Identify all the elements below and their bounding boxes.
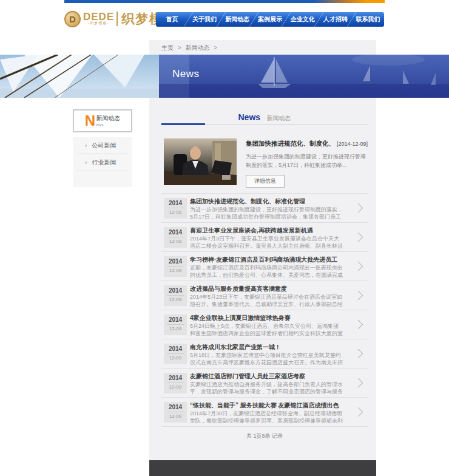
date-badge: 2014 12-09 [164, 227, 187, 248]
pagination-summary: 共 1页8条 记录 [161, 432, 368, 440]
nav-item-about[interactable]: 关于我们 [189, 12, 221, 27]
sidebar-news-header: N 新闻动态 ews [73, 109, 132, 132]
news-excerpt: 6月24日晚上6点，友豪锦江酒店、唐希尔久安公司、远鸿集团和富生国际酒店四家企业… [190, 322, 343, 337]
date-day: 12-09 [164, 267, 187, 274]
sidebar-subtitle: ews [96, 122, 120, 127]
sidebar-menu: › 公司新闻 › 行业新闻 [73, 137, 132, 187]
date-year: 2014 [167, 286, 184, 296]
underline-accent [161, 123, 205, 125]
logo-divider [116, 12, 118, 26]
featured-news-title[interactable]: 集团加快推进规范化、制度化、标准化管 [246, 140, 334, 148]
news-row[interactable]: 2014 12-09 4家企业联袂上演夏日激情篮球热身赛 6月24日晚上6点，友… [161, 310, 368, 339]
breadcrumb: 主页 > 新闻动态 > [161, 44, 220, 52]
breadcrumb-home[interactable]: 主页 [161, 44, 174, 51]
news-excerpt: 近期，友豪锦江酒店及百利玛商场两公司均涌现出一批表现突出的优秀员工，他们热爱公司… [190, 264, 343, 279]
news-title[interactable]: 集团加快推进规范化、制度化、标准化管理 [190, 197, 342, 206]
breadcrumb-separator: > [214, 44, 217, 51]
news-excerpt: 2014年5月23日下午，友豪锦江酒店菜品研讨会在酒店会议室如期召开。集团董事雷… [190, 293, 343, 308]
date-year: 2014 [167, 344, 184, 354]
sidebar-item-label: 行业新闻 [92, 158, 116, 167]
date-badge: 2014 12-09 [164, 402, 187, 423]
section-underline [161, 124, 368, 124]
breadcrumb-current[interactable]: 新闻动态 [185, 44, 209, 51]
date-year: 2014 [167, 373, 184, 383]
featured-news: 集团加快推进规范化、制度化、标准化管 [2014-12-09] 为进一步加强集团… [164, 138, 368, 188]
news-title[interactable]: 友豪锦江酒店部门管理人员赴三家酒店考察 [190, 372, 342, 381]
news-row[interactable]: 2014 12-09 改进菜品与服务质量提高宾客满意度 2014年5月23日下午… [161, 281, 368, 310]
footer-bar [149, 460, 376, 476]
featured-news-photo[interactable] [164, 138, 237, 185]
main-nav: 首页 关于我们 新闻动态 案例展示 企业文化 人才招聘 联系我们 [156, 12, 384, 27]
nav-item-culture[interactable]: 企业文化 [286, 12, 319, 27]
sidebar-item-industry-news[interactable]: › 行业新闻 [73, 154, 132, 171]
brand-name-en: DEDE [83, 12, 114, 21]
news-title[interactable]: 学习榜样·友豪锦江酒店及百利玛商场涌现大批先进员工 [190, 256, 342, 264]
news-banner: News [0, 55, 449, 98]
news-title[interactable]: 南充将成川东北家居产业第一城！ [190, 343, 342, 352]
coin-logo-icon: D [64, 11, 81, 27]
news-row[interactable]: 2014 12-09 集团加快推进规范化、制度化、标准化管理 为进一步加强集团的… [161, 194, 368, 223]
date-day: 12-09 [164, 383, 187, 391]
details-button[interactable]: 详细信息 [246, 175, 285, 188]
breadcrumb-separator: > [178, 44, 181, 51]
news-row[interactable]: 2014 12-09 南充将成川东北家居产业第一城！ 5月18日，友豪国际家居博… [161, 339, 368, 369]
office-photo-image [164, 138, 237, 185]
arrow-right-icon[interactable] [354, 203, 363, 213]
sidebar-initial: N [85, 114, 95, 128]
arrow-right-icon[interactable] [354, 349, 363, 359]
news-row[interactable]: 2014 12-09 喜迎卫生事业发展座谈会,再获跨越发展新机遇 2014年7月… [161, 223, 368, 252]
arrow-right-icon[interactable] [354, 407, 363, 417]
date-day: 12-09 [164, 237, 187, 245]
nav-item-cases[interactable]: 案例展示 [254, 12, 286, 27]
news-title[interactable]: “练技能、当能手” 服务技能大赛 友豪锦江酒店成绩出色 [190, 401, 342, 410]
chevron-right-icon: › [85, 159, 87, 166]
date-badge: 2014 12-09 [164, 314, 187, 335]
arrow-right-icon[interactable] [354, 262, 363, 271]
date-badge: 2014 12-09 [164, 373, 187, 393]
nav-item-contact[interactable]: 联系我们 [352, 12, 384, 27]
date-day: 12-09 [164, 412, 187, 420]
section-title-cn: 新闻动态 [267, 115, 291, 121]
divider [77, 171, 128, 171]
date-day: 12-09 [164, 325, 187, 333]
sidebar-head-text: 新闻动态 ews [96, 115, 120, 127]
news-list: 2014 12-09 集团加快推进规范化、制度化、标准化管理 为进一步加强集团的… [161, 193, 368, 427]
sidebar-item-label: 公司新闻 [92, 141, 116, 150]
news-row[interactable]: 2014 12-09 “练技能、当能手” 服务技能大赛 友豪锦江酒店成绩出色 2… [161, 398, 368, 427]
sidebar-item-company-news[interactable]: › 公司新闻 [73, 137, 132, 154]
arrow-right-icon[interactable] [354, 233, 363, 242]
page: D DEDE -织梦模板- 织梦模板 首页 关于我们 新闻动态 案例展示 企业文… [0, 0, 449, 476]
featured-news-body: 集团加快推进规范化、制度化、标准化管 [2014-12-09] 为进一步加强集团… [246, 140, 368, 188]
banner-title: News [172, 68, 200, 80]
arrow-right-icon[interactable] [354, 320, 363, 330]
news-title[interactable]: 喜迎卫生事业发展座谈会,再获跨越发展新机遇 [190, 226, 342, 235]
nav-item-home[interactable]: 首页 [156, 12, 188, 27]
news-excerpt: 为进一步加强集团的制度建设，更好推进现行管理制度的落实，5月17日，科虹集团成功… [190, 206, 343, 220]
arrow-right-icon[interactable] [354, 378, 363, 388]
date-day: 12-09 [164, 354, 187, 362]
news-excerpt: 友豪锦江酒店为推动自身服务升级，提高各部门负责人的管理水平，发现新的管理与服务理… [190, 381, 343, 395]
section-title-en: News [238, 112, 260, 122]
brand-en-wrap: DEDE -织梦模板- [83, 12, 114, 25]
news-title[interactable]: 改进菜品与服务质量提高宾客满意度 [190, 285, 342, 293]
news-excerpt: 2014年7月30日，友豪锦江酒店总经理张金海、副总经理胡德明带队，餐饮部副经理… [190, 410, 343, 424]
date-year: 2014 [167, 403, 184, 412]
date-badge: 2014 12-09 [164, 256, 187, 277]
nav-item-jobs[interactable]: 人才招聘 [319, 12, 351, 27]
news-title[interactable]: 4家企业联袂上演夏日激情篮球热身赛 [190, 314, 342, 322]
date-day: 12-09 [164, 208, 187, 216]
date-year: 2014 [167, 315, 184, 325]
chevron-right-icon: › [85, 142, 87, 149]
featured-news-date: [2014-12-09] [337, 141, 368, 147]
date-year: 2014 [167, 199, 184, 208]
arrow-right-icon[interactable] [354, 291, 363, 301]
date-badge: 2014 12-09 [164, 285, 187, 306]
news-excerpt: 2014年7月3日下午，蓬安县卫生事业发展座谈会在品合中天大酒店二楼会议室顺利召… [190, 235, 343, 250]
sailboat-banner-image [0, 55, 449, 98]
nav-item-news[interactable]: 新闻动态 [221, 12, 254, 27]
date-year: 2014 [167, 228, 184, 237]
news-row[interactable]: 2014 12-09 友豪锦江酒店部门管理人员赴三家酒店考察 友豪锦江酒店为推动… [161, 369, 368, 398]
date-badge: 2014 12-09 [164, 198, 187, 219]
news-row[interactable]: 2014 12-09 学习榜样·友豪锦江酒店及百利玛商场涌现大批先进员工 近期，… [161, 252, 368, 281]
featured-news-excerpt: 为进一步加强集团的制度建设，更好推进现行管理制度的落实，5月17日，科虹集团成功… [246, 152, 368, 169]
